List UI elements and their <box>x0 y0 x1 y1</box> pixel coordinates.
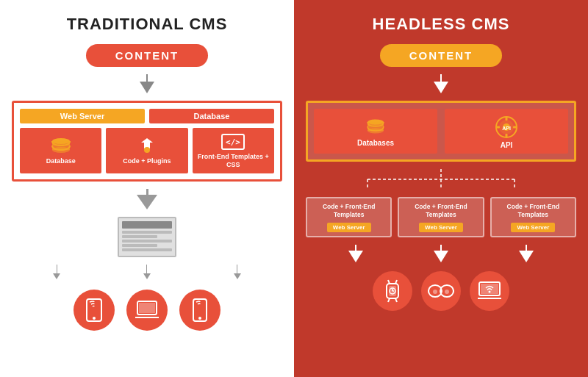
svg-rect-1 <box>52 141 70 146</box>
right-api-cell: API API <box>445 109 568 154</box>
svg-rect-23 <box>506 134 508 137</box>
left-device-mobile <box>179 290 220 331</box>
svg-rect-22 <box>506 117 508 121</box>
svg-text:API: API <box>502 126 511 131</box>
vr-icon <box>428 282 454 300</box>
right-api-label: API <box>501 141 513 149</box>
webserver-text-3: Code + Front-End Templates <box>495 203 572 219</box>
svg-point-9 <box>93 317 96 320</box>
web-server-label: Web Server <box>20 109 145 123</box>
webserver-label-1: Web Server <box>327 223 371 232</box>
code-icon: </> <box>221 134 245 150</box>
right-arrow2 <box>434 245 448 262</box>
left-device-phone <box>74 290 115 331</box>
svg-point-14 <box>198 317 201 320</box>
right-arrow3 <box>519 245 534 262</box>
watch-icon <box>381 279 404 304</box>
headless-cms-panel: HEADLESS CMS CONTENT Databases <box>294 0 588 377</box>
traditional-cms-panel: TRADITIONAL CMS CONTENT Web Server Datab… <box>0 0 294 377</box>
left-devices-row <box>74 290 220 331</box>
api-icon: API <box>495 116 517 138</box>
left-arrow1 <box>53 265 60 279</box>
left-arrow3 <box>234 265 241 279</box>
right-three-arrows <box>306 245 576 262</box>
left-frontend-label: Front-End Templates + CSS <box>196 153 271 169</box>
svg-rect-12 <box>139 303 155 313</box>
webserver-box-3: Code + Front-End Templates Web Server <box>490 197 576 237</box>
svg-point-5 <box>144 147 150 153</box>
plugin-icon <box>137 137 157 154</box>
svg-rect-25 <box>513 126 517 129</box>
svg-line-37 <box>395 298 397 302</box>
database-label: Database <box>149 109 274 123</box>
webserver-box-1: Code + Front-End Templates Web Server <box>306 197 392 237</box>
webserver-text-1: Code + Front-End Templates <box>310 203 387 219</box>
webserver-boxes: Code + Front-End Templates Web Server Co… <box>306 197 576 237</box>
left-server-row: Web Server Database <box>20 109 274 123</box>
svg-marker-4 <box>141 138 153 148</box>
webserver-label-3: Web Server <box>511 223 555 232</box>
right-arrow-top <box>434 74 448 93</box>
webserver-text-2: Code + Front-End Templates <box>402 203 479 219</box>
right-main-box: Databases API API <box>306 101 576 162</box>
right-device-laptop <box>470 271 509 311</box>
left-big-arrow <box>137 189 157 209</box>
svg-point-47 <box>445 290 449 294</box>
right-device-vr <box>421 271 461 311</box>
svg-rect-16 <box>368 122 384 126</box>
right-content-pill: CONTENT <box>380 44 503 67</box>
left-database-cell: Database <box>20 128 101 173</box>
right-laptop-icon <box>477 281 502 301</box>
right-databases-label: Databases <box>357 139 394 147</box>
right-databases-cell: Databases <box>314 109 437 154</box>
left-plugins-cell: Code + Plugins <box>106 128 187 173</box>
svg-point-52 <box>489 291 491 293</box>
webpage-mockup <box>118 217 176 257</box>
svg-line-35 <box>395 280 397 284</box>
left-arrow-head <box>140 82 154 93</box>
database-icon <box>51 137 71 154</box>
left-three-arrows <box>12 265 282 279</box>
webserver-box-2: Code + Front-End Templates Web Server <box>398 197 484 237</box>
svg-point-3 <box>52 147 70 153</box>
headless-cms-title: HEADLESS CMS <box>373 15 510 34</box>
left-frontend-cell: </> Front-End Templates + CSS <box>193 128 274 173</box>
svg-text:</>: </> <box>226 137 240 147</box>
svg-point-46 <box>433 290 437 294</box>
phone-icon <box>85 298 103 322</box>
svg-line-36 <box>388 298 390 302</box>
left-plugins-label: Code + Plugins <box>123 157 171 165</box>
left-arrow-line <box>146 74 148 82</box>
left-device-laptop <box>126 290 168 331</box>
right-device-watch <box>373 271 412 311</box>
laptop-icon <box>135 300 159 320</box>
webserver-label-2: Web Server <box>419 223 463 232</box>
dashed-lines-svg <box>323 169 559 190</box>
svg-rect-24 <box>496 126 500 129</box>
svg-point-18 <box>368 129 384 134</box>
left-database-label: Database <box>46 157 76 165</box>
right-arrow1 <box>348 245 363 262</box>
mobile-icon <box>193 298 207 322</box>
right-database-icon <box>365 118 386 136</box>
left-main-box: Web Server Database Database <box>12 101 282 182</box>
left-arrow2 <box>143 265 151 279</box>
left-content-pill: CONTENT <box>86 44 209 67</box>
right-icon-row: Databases API API <box>314 109 568 154</box>
svg-line-34 <box>388 280 390 284</box>
traditional-cms-title: TRADITIONAL CMS <box>67 15 228 34</box>
right-devices-row <box>373 271 509 311</box>
left-icon-row: Database Code + Plugins </> Front-End Te… <box>20 128 274 173</box>
